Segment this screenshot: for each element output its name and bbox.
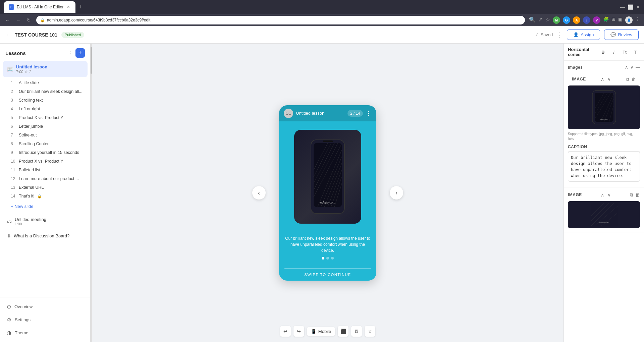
sidebar-nav: ⊙ Overview ⚙ Settings ◑ Theme xyxy=(0,297,90,342)
svg-text:edapp.com: edapp.com xyxy=(599,221,609,223)
slide-item[interactable]: 2 Our brilliant new sleek design all... xyxy=(8,87,88,96)
sidebar-toggle-button[interactable]: ⊞ xyxy=(611,16,615,24)
slide-number: 7 xyxy=(11,133,16,137)
image-2-action-buttons: ⧉ 🗑 xyxy=(630,192,640,198)
text-size-button[interactable]: Tt xyxy=(620,47,629,57)
refresh-button[interactable]: ↻ xyxy=(25,17,32,23)
discussion-item[interactable]: ⬇ What is a Discussion Board? xyxy=(3,229,88,242)
undo-button[interactable]: ↩ xyxy=(280,326,291,337)
tab-close-button[interactable]: ✕ xyxy=(66,5,71,9)
image-nav-down-button[interactable]: ∨ xyxy=(606,76,612,82)
next-slide-button[interactable]: › xyxy=(390,186,403,199)
tablet-view-button[interactable]: ⬛ xyxy=(338,326,348,337)
slide-item[interactable]: 7 Strike-out xyxy=(8,131,88,139)
dot-2 xyxy=(326,257,329,260)
phone-menu-button[interactable]: ⋮ xyxy=(366,110,372,117)
extensions-button[interactable]: 🧩 xyxy=(603,16,609,24)
more-options-button[interactable]: ⋮ xyxy=(557,31,563,39)
close-window-button[interactable]: ✕ xyxy=(636,4,640,10)
active-tab[interactable]: E Ed LMS · All In One Editor ✕ xyxy=(4,1,75,13)
slide-item[interactable]: 6 Letter jumble xyxy=(8,122,88,131)
slide-item[interactable]: 9 Introduce yourself in 15 seconds xyxy=(8,148,88,157)
assign-icon: 👤 xyxy=(573,32,579,37)
slide-item[interactable]: 4 Left or right xyxy=(8,105,88,113)
meeting-item[interactable]: 🗂 Untitled meeting 1:00 xyxy=(3,214,88,229)
slide-item[interactable]: 5 Product X vs. Product Y xyxy=(8,113,88,122)
minimize-section-button[interactable]: — xyxy=(636,65,640,70)
expand-down-button[interactable]: ∨ xyxy=(630,65,634,70)
delete-image-2-button[interactable]: 🗑 xyxy=(635,192,640,198)
prev-slide-button[interactable]: ‹ xyxy=(252,186,266,199)
slide-number: 6 xyxy=(11,124,16,129)
favorite-button[interactable]: ☆ xyxy=(365,326,375,337)
share-icon[interactable]: ↗ xyxy=(538,16,543,24)
extension-icon-2[interactable]: G xyxy=(563,16,570,24)
new-slide-button[interactable]: + New slide xyxy=(3,202,88,211)
restore-window-button[interactable]: ⬜ xyxy=(628,4,633,10)
image-2-preview[interactable]: edapp.com xyxy=(568,201,640,228)
slide-item[interactable]: 10 Product X vs. Product Y xyxy=(8,157,88,166)
lesson-item-active[interactable]: 📖 Untitled lesson 7:00 ☆ 7 xyxy=(3,61,88,77)
phone-image-area: edapp.com xyxy=(279,121,376,232)
profile-avatar[interactable]: 👤 xyxy=(625,16,633,24)
split-view-button[interactable]: ▣ xyxy=(618,16,623,24)
back-button[interactable]: ← xyxy=(4,17,11,23)
image-nav-arrows: ∧ ∨ xyxy=(599,76,612,82)
slide-item[interactable]: 11 Bulleted list xyxy=(8,166,88,174)
meeting-title: Untitled meeting xyxy=(15,217,46,222)
image-1-preview[interactable]: edapp.com xyxy=(568,86,640,129)
meeting-meta: 1:00 xyxy=(15,222,46,226)
bookmark-icon[interactable]: ☆ xyxy=(545,16,550,24)
image-nav-row-1: IMAGE ∧ ∨ ⧉ 🗑 xyxy=(568,73,640,86)
assign-button[interactable]: 👤 Assign xyxy=(567,30,600,40)
active-lesson-meta: 7:00 ☆ 7 xyxy=(16,69,47,74)
slide-item[interactable]: 8 Scrolling Content xyxy=(8,139,88,148)
slide-title: That's it! xyxy=(19,194,35,198)
slide-number: 2 xyxy=(11,89,16,94)
review-button[interactable]: 💬 Review xyxy=(604,30,639,40)
image-nav-up-button[interactable]: ∧ xyxy=(599,76,605,82)
image-1-svg: edapp.com xyxy=(591,89,618,126)
sidebar-more-button[interactable]: ⋮ xyxy=(67,50,73,56)
image-2-nav-up-button[interactable]: ∧ xyxy=(599,191,605,198)
search-icon[interactable]: 🔍 xyxy=(529,16,536,24)
expand-up-button[interactable]: ∧ xyxy=(625,65,628,70)
image-2-nav-down-button[interactable]: ∨ xyxy=(606,191,612,198)
copy-image-2-button[interactable]: ⧉ xyxy=(630,192,633,198)
text-format-button[interactable]: Ŧ xyxy=(631,47,640,57)
slide-item[interactable]: 13 External URL xyxy=(8,183,88,192)
extension-icon-4[interactable]: ↓ xyxy=(583,16,590,24)
redo-button[interactable]: ↪ xyxy=(293,326,304,337)
slide-item[interactable]: 14 That's it! 🔒 xyxy=(8,192,88,201)
slide-item[interactable]: 12 Learn more about our product ... xyxy=(8,174,88,183)
sidebar-item-overview[interactable]: ⊙ Overview xyxy=(3,300,88,313)
window-controls: — ⬜ ✕ xyxy=(620,4,640,10)
address-input[interactable]: 🔒 admin.edapp.com/course/643f9b8cd37fccb… xyxy=(36,16,525,24)
slide-item[interactable]: 3 Scrolling text xyxy=(8,96,88,105)
delete-image-button[interactable]: 🗑 xyxy=(631,76,636,82)
bold-button[interactable]: B xyxy=(598,47,608,57)
url-display: admin.edapp.com/course/643f9b8cd37fccb6a… xyxy=(47,18,150,22)
caption-input[interactable] xyxy=(568,152,640,182)
minimize-window-button[interactable]: — xyxy=(620,4,625,10)
mobile-view-button[interactable]: 📱 Mobile xyxy=(307,327,335,336)
copy-image-button[interactable]: ⧉ xyxy=(626,76,629,82)
extension-icon-3[interactable]: A xyxy=(573,16,580,24)
sidebar-item-theme[interactable]: ◑ Theme xyxy=(3,326,88,339)
desktop-view-button[interactable]: 🖥 xyxy=(351,326,362,337)
slide-item[interactable]: 1 A title slide xyxy=(8,78,88,87)
image-2-section: IMAGE ∧ ∨ ⧉ 🗑 xyxy=(564,187,644,232)
sidebar-item-settings[interactable]: ⚙ Settings xyxy=(3,313,88,326)
add-lesson-button[interactable]: + xyxy=(75,48,85,58)
lesson-icon: 📖 xyxy=(7,66,13,72)
browser-menu-button[interactable]: ⋮ xyxy=(635,16,640,24)
forward-button[interactable]: → xyxy=(15,17,21,23)
image-2-svg: edapp.com xyxy=(591,203,618,226)
svg-rect-16 xyxy=(595,93,613,122)
new-tab-button[interactable]: + xyxy=(79,4,83,11)
extension-icon-5[interactable]: V xyxy=(593,16,600,24)
extension-icon-1[interactable]: M xyxy=(553,16,560,24)
back-to-courses-button[interactable]: ← xyxy=(5,32,11,38)
phone-svg: edapp.com xyxy=(304,136,351,217)
italic-button[interactable]: I xyxy=(609,47,619,57)
